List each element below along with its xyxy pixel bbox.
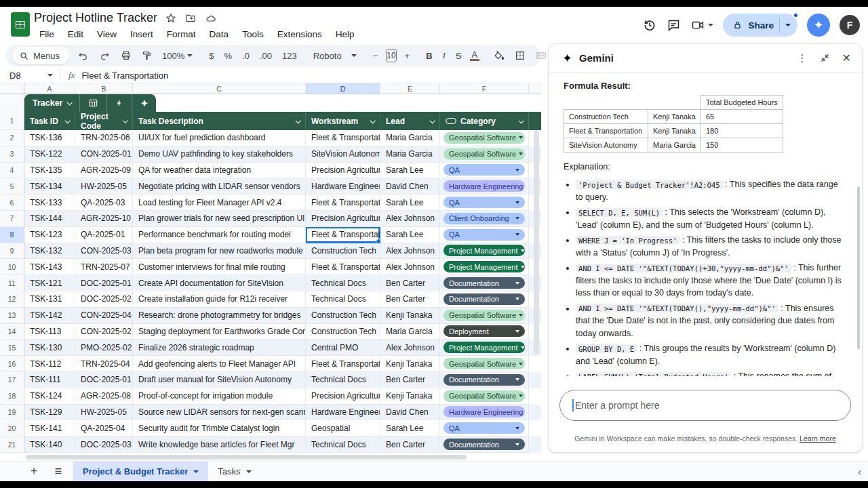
category-pill[interactable]: QA	[443, 197, 525, 208]
cell-workstream[interactable]: Technical Docs	[306, 291, 380, 308]
cell-category[interactable]: Client Onboarding	[440, 211, 529, 227]
category-dropdown-arrow[interactable]	[519, 314, 523, 317]
cell-project-code[interactable]: QA-2025-01	[75, 227, 133, 243]
cell-project-code[interactable]: AGR-2025-08	[75, 388, 133, 405]
decrease-font-button[interactable]: −	[371, 51, 380, 61]
cell-description[interactable]: Finalize 2026 strategic roadmap	[133, 340, 306, 356]
cell-description[interactable]: Proof-of-concept for irrigation module	[133, 388, 306, 405]
cell-task-id[interactable]: TSK-141	[24, 420, 75, 436]
vertical-scrollbar[interactable]	[534, 130, 539, 354]
name-box-dropdown-arrow[interactable]	[47, 74, 53, 77]
category-pill[interactable]: Geospatial Software	[443, 390, 525, 402]
column-header-B[interactable]: B	[75, 83, 133, 94]
cell-lead[interactable]: Kenji Tanaka	[380, 308, 440, 324]
sheets-logo-icon[interactable]	[11, 12, 30, 37]
share-button[interactable]: Share	[723, 14, 797, 37]
column-filter-chevron[interactable]	[370, 118, 375, 123]
cell-project-code[interactable]: AGR-2025-09	[75, 163, 133, 179]
category-pill[interactable]: Project Management	[443, 245, 525, 256]
select-all-corner[interactable]	[0, 83, 24, 94]
move-to-folder-icon[interactable]	[184, 13, 197, 24]
all-sheets-icon[interactable]: ≡	[49, 464, 68, 479]
column-filter-chevron[interactable]	[429, 118, 435, 123]
cell-lead[interactable]: Alex Johnson	[380, 259, 440, 275]
cell-project-code[interactable]: HW-2025-05	[75, 405, 133, 421]
cell-workstream[interactable]: Fleet & Transportation	[306, 195, 380, 211]
row-number[interactable]: 18	[0, 388, 24, 405]
category-dropdown-arrow[interactable]	[515, 282, 519, 285]
cell-task-id[interactable]: TSK-140	[24, 436, 75, 453]
redo-button[interactable]	[97, 51, 113, 61]
cell-workstream[interactable]: SiteVision Autonomy	[306, 146, 380, 163]
category-dropdown-arrow[interactable]	[515, 443, 519, 446]
gemini-close-icon[interactable]: ✕	[842, 52, 851, 64]
cell-lead[interactable]: Maria Garcia	[380, 130, 440, 146]
cell-category[interactable]: Geospatial Software	[440, 146, 529, 163]
gemini-table-spark-icon[interactable]: ✦	[132, 94, 156, 112]
column-filter-chevron[interactable]	[64, 118, 70, 123]
category-dropdown-arrow[interactable]	[515, 217, 519, 220]
cell-workstream[interactable]: Construction Tech	[306, 308, 380, 324]
column-filter-chevron[interactable]	[123, 118, 128, 123]
category-pill[interactable]: Documentation	[443, 439, 525, 450]
cell-lead[interactable]: David Chen	[380, 178, 440, 195]
cell-task-id[interactable]: TSK-112	[24, 356, 75, 372]
cell-category[interactable]: QA	[440, 227, 529, 243]
cell-lead[interactable]: Ben Carter	[380, 372, 440, 388]
row-number[interactable]: 5	[0, 178, 24, 195]
print-button[interactable]	[119, 50, 134, 61]
cell-project-code[interactable]: TRN-2025-06	[75, 130, 133, 146]
cell-category[interactable]: Documentation	[440, 436, 529, 453]
row-number[interactable]: 17	[0, 372, 24, 388]
text-color-button[interactable]: A	[470, 51, 480, 61]
category-pill[interactable]: QA	[443, 422, 525, 434]
column-header-C[interactable]: C	[133, 83, 306, 94]
column-header-cell[interactable]: Task ID	[24, 112, 75, 130]
cell-project-code[interactable]: CON-2025-03	[75, 243, 133, 260]
category-dropdown-arrow[interactable]	[515, 201, 519, 204]
comments-icon[interactable]	[667, 18, 681, 33]
row-number[interactable]: 12	[0, 291, 24, 308]
cell-project-code[interactable]: DOC-2025-02	[75, 291, 133, 308]
category-pill[interactable]: Documentation	[443, 277, 525, 289]
meet-video-icon[interactable]	[690, 18, 713, 32]
cell-description[interactable]: Draft user manual for SiteVision Autonom…	[133, 372, 306, 388]
menu-item-insert[interactable]: Insert	[125, 28, 159, 41]
category-pill[interactable]: Project Management	[443, 261, 525, 272]
bold-button[interactable]: B	[424, 51, 434, 61]
row-number[interactable]: 16	[0, 356, 24, 372]
zoom-select[interactable]: 100%	[160, 51, 195, 61]
row-number[interactable]: 1	[0, 112, 24, 130]
increase-font-button[interactable]: +	[403, 51, 412, 61]
menu-item-help[interactable]: Help	[330, 28, 360, 41]
cell-task-id[interactable]: TSK-129	[24, 405, 75, 421]
increase-decimal-button[interactable]: .00	[258, 51, 274, 61]
cell-category[interactable]: Geospatial Software	[440, 388, 529, 405]
row-number[interactable]: 8	[0, 227, 24, 243]
cell-category[interactable]: Documentation	[440, 275, 529, 291]
learn-more-link[interactable]: Learn more	[800, 434, 836, 443]
cell-category[interactable]: Hardware Engineering	[440, 405, 529, 421]
cell-workstream[interactable]: Construction Tech	[306, 243, 380, 260]
font-family-select[interactable]: Roboto	[311, 51, 359, 61]
category-pill[interactable]: QA	[443, 164, 525, 176]
category-dropdown-arrow[interactable]	[515, 330, 519, 333]
category-dropdown-arrow[interactable]	[519, 136, 523, 139]
side-panel-collapse-icon[interactable]: ‹	[858, 466, 861, 477]
category-pill[interactable]: Documentation	[443, 293, 525, 305]
category-dropdown-arrow[interactable]	[515, 378, 519, 381]
cell-task-id[interactable]: TSK-143	[24, 259, 75, 275]
row-number[interactable]: 21	[0, 436, 24, 453]
category-pill[interactable]: Hardware Engineering	[443, 406, 525, 418]
cell-description[interactable]: Add geofencing alerts to Fleet Manager A…	[133, 356, 306, 372]
cell-category[interactable]: QA	[440, 420, 529, 436]
category-pill[interactable]: Geospatial Software	[443, 132, 525, 144]
cell-workstream[interactable]: Fleet & Transportation	[306, 130, 380, 146]
cell-category[interactable]: QA	[440, 163, 529, 179]
cell-lead[interactable]: Alex Johnson	[380, 211, 440, 227]
cell-description[interactable]: Create installation guide for R12i recei…	[133, 291, 306, 308]
cell-task-id[interactable]: TSK-142	[24, 308, 75, 324]
version-history-icon[interactable]	[642, 18, 657, 33]
category-pill[interactable]: QA	[443, 229, 525, 241]
cell-task-id[interactable]: TSK-122	[24, 146, 75, 163]
